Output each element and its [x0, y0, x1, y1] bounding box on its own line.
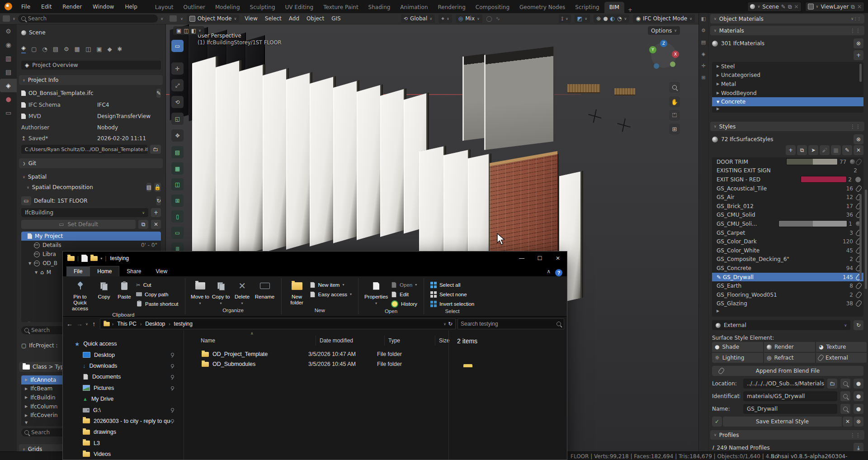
tab-structure-icon[interactable]: ▦ — [75, 46, 80, 52]
edit-button[interactable]: Edit — [389, 289, 419, 299]
nav-pictures[interactable]: Pictures — [63, 383, 183, 394]
discard-save-button[interactable]: ⊗ — [854, 417, 863, 427]
open-button[interactable]: Open▾ — [389, 280, 419, 289]
refresh-icon[interactable]: ↻ — [448, 321, 453, 327]
lock-icon[interactable]: 🔒 — [154, 183, 161, 192]
style-row[interactable]: GS_Earth8 — [712, 281, 863, 290]
materials-scrollbar[interactable] — [859, 64, 862, 82]
material-row-metal[interactable]: ▶ Metal — [712, 80, 863, 89]
bim-tool-column[interactable]: ▯ — [171, 210, 184, 223]
style-type-dropdown[interactable]: External ∨ — [712, 320, 850, 330]
tool-cursor[interactable]: ✛ — [171, 62, 184, 75]
up-icon[interactable]: ↑ — [90, 320, 98, 327]
bim-tool-door[interactable]: ◫ — [171, 178, 184, 190]
maximize-button[interactable]: ☐ — [531, 251, 549, 265]
column-date-modified[interactable]: Date modified — [316, 336, 383, 346]
strip-icon-view[interactable]: ▤ — [699, 37, 708, 48]
scene-selector[interactable]: ∨ Scene ✎ ⧉ ✕ — [747, 2, 801, 12]
tab-render-icon[interactable]: ◉ — [0, 38, 17, 52]
material-row-woodbeyond[interactable]: ▶ WoodBeyond — [712, 89, 863, 98]
nav-quick-access[interactable]: ★Quick access — [63, 338, 183, 349]
invert-selection-button[interactable]: Invert selection — [429, 299, 476, 308]
axis-y[interactable]: Y — [649, 46, 656, 53]
strip-icon-bim[interactable]: ◈ — [699, 48, 708, 60]
axis-z[interactable]: Z — [660, 40, 667, 47]
edit-project-button[interactable]: ✎ — [156, 89, 161, 98]
concrete-panel[interactable] — [484, 46, 554, 150]
styles-scrollbar[interactable] — [859, 194, 862, 280]
materials-expand-handle[interactable]: ▶ — [712, 106, 863, 112]
workspace-tab-scripting[interactable]: Scripting — [570, 2, 604, 13]
bim-tool-window[interactable]: ⊞ — [171, 194, 184, 207]
new-item-button[interactable]: New item▾ — [308, 280, 354, 289]
orientation-selector[interactable]: ⟲ Global∨ — [401, 14, 435, 23]
styles-expand-handle[interactable]: ▶ — [712, 308, 863, 313]
style-row-selected[interactable]: ✎ GS_Drywall145 — [712, 273, 863, 282]
style-swatch[interactable] — [786, 158, 838, 165]
workspace-tab-rendering[interactable]: Rendering — [433, 2, 471, 13]
workspace-tab-shading[interactable]: Shading — [363, 2, 396, 13]
append-from-blend-button[interactable]: Append From Blend File — [712, 366, 863, 376]
menu-help[interactable]: Help — [119, 0, 142, 13]
workspace-tab-outliner[interactable]: Outliner — [179, 2, 210, 13]
viewlayer-selector[interactable]: ∨ ViewLayer ⧉ ✕ — [805, 2, 864, 12]
ifc-mode-selector[interactable]: ◉ IFC Object Mode∨ — [633, 14, 695, 23]
add-style-button[interactable]: + — [786, 145, 796, 155]
lighting-button[interactable]: ☼Lighting — [712, 353, 763, 363]
nav-videos[interactable]: Videos — [63, 449, 183, 460]
add-material-button[interactable]: + — [854, 50, 863, 60]
pin-scene-icon[interactable]: ✎ — [781, 4, 786, 10]
menu-gis[interactable]: GIS — [330, 15, 342, 22]
axis-x[interactable]: X — [672, 51, 679, 58]
workspace-tab-uv-editing[interactable]: UV Editing — [280, 2, 319, 13]
explorer-search-field[interactable]: Search testying — [458, 318, 564, 329]
proportional-edit-icon[interactable]: ◯ — [486, 15, 492, 22]
strip-icon-measure[interactable]: ✛ — [699, 60, 708, 72]
paste-shortcut-button[interactable]: Paste shortcut — [134, 299, 180, 308]
save-external-style-button[interactable]: Save External Style — [723, 417, 842, 427]
cancel-save-button[interactable]: ✕ — [843, 417, 853, 427]
nav-downloads[interactable]: ↓Downloads — [63, 360, 183, 371]
add-workspace-button[interactable]: + — [624, 7, 636, 13]
delete-scene-button[interactable]: ✕ — [794, 4, 799, 10]
pin-to-quick-access-button[interactable]: Pin to Quick access — [66, 279, 94, 312]
name-decorator[interactable]: ● — [854, 404, 863, 414]
tab-drawings-icon[interactable]: ◫ — [85, 46, 91, 52]
ortho-grid-icon[interactable]: ⊞ — [669, 123, 680, 134]
select-style-button[interactable]: ➤ — [808, 145, 818, 155]
refresh-icon[interactable]: ↻ — [156, 196, 161, 205]
move-to-button[interactable]: Move to▾ — [190, 279, 211, 305]
select-none-button[interactable]: Select none — [429, 289, 476, 299]
menu-render[interactable]: Render — [57, 0, 87, 13]
tab-object-info-icon[interactable]: ▢ — [31, 46, 37, 52]
style-swatch[interactable] — [801, 176, 847, 183]
style-row[interactable]: GS_Flooring_Wood0512 — [712, 290, 863, 299]
nav-my-drive[interactable]: ▲My Drive — [63, 394, 183, 404]
styles-header[interactable]: ∨Styles ⋮⋮ — [710, 122, 864, 131]
tab-scene-icon[interactable]: ◈ — [0, 79, 17, 92]
add-spatial-button[interactable]: + — [151, 208, 161, 217]
materials-header[interactable]: ∨Materials ⋮⋮ — [710, 26, 864, 35]
tab-quality-icon[interactable]: ▣ — [96, 46, 102, 52]
overlays-icon[interactable]: ◩∨ — [575, 14, 590, 23]
style-row[interactable]: GS_Brick_01217 — [712, 202, 863, 211]
copy-to-button[interactable]: Copy to▾ — [211, 279, 231, 305]
editor-type-icon[interactable] — [3, 15, 10, 22]
texture-button[interactable]: ◕Texture — [816, 342, 867, 352]
bim-tool-beam[interactable]: ▭ — [171, 227, 184, 239]
nav-documents[interactable]: Documents — [63, 371, 183, 382]
style-row[interactable]: GS_Color_White45 — [712, 246, 863, 255]
name-field[interactable]: GS_Drywall — [743, 404, 837, 414]
duplicate-style-button[interactable]: ⧉ — [797, 145, 807, 155]
tab-misc-icon[interactable]: ✱ — [117, 46, 122, 52]
navigation-gizmo[interactable]: Z Y X — [651, 43, 676, 68]
file-row-od-project-template[interactable]: OD_Project_Template 3/5/2026 10:47 AM Fi… — [184, 349, 448, 359]
crumb-testying[interactable]: testying — [172, 321, 194, 327]
tab-output-icon[interactable]: ▥ — [0, 52, 17, 65]
ifcbuilding-dropdown[interactable]: IfcBuilding∨ — [21, 208, 148, 217]
workspace-tab-sculpting[interactable]: Sculpting — [245, 2, 280, 13]
copy-default-button[interactable]: ⧉ — [138, 220, 148, 229]
blender-logo-icon[interactable] — [5, 3, 12, 10]
copy-path-button[interactable]: Copy path — [134, 289, 180, 299]
paste-button[interactable]: Paste — [114, 279, 134, 300]
